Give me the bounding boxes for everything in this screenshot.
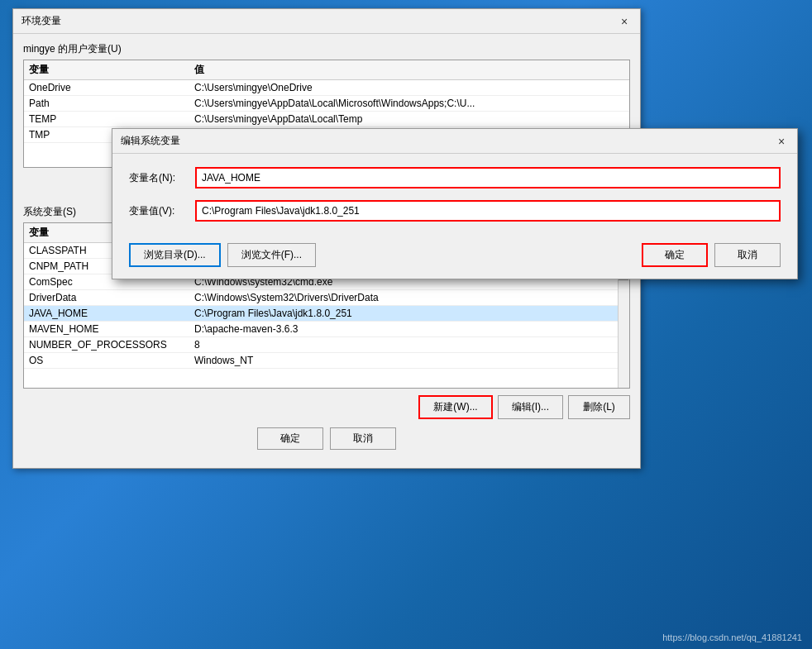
var-value-input[interactable] [195, 200, 781, 222]
env-dialog-titlebar: 环境变量 × [13, 9, 640, 34]
edit-left-buttons: 浏览目录(D)... 浏览文件(F)... [129, 243, 316, 267]
table-row[interactable]: OS Windows_NT [24, 353, 629, 369]
user-table-header: 变量 值 [24, 60, 629, 80]
user-var-value: C:\Users\mingye\AppData\Local\Temp [194, 113, 624, 125]
user-col1-header: 变量 [29, 63, 194, 77]
sys-new-button[interactable]: 新建(W)... [418, 395, 492, 419]
table-row[interactable]: Path C:\Users\mingye\AppData\Local\Micro… [24, 96, 629, 112]
user-var-value: C:\Users\mingye\AppData\Local\Microsoft\… [194, 98, 624, 109]
sys-var-name: JAVA_HOME [29, 308, 194, 319]
java-home-table-row[interactable]: JAVA_HOME C:\Program Files\Java\jdk1.8.0… [24, 306, 629, 322]
sys-delete-button[interactable]: 删除(L) [568, 395, 630, 419]
sys-var-value: C:\Windows\System32\Drivers\DriverData [194, 292, 624, 303]
var-value-label: 变量值(V): [129, 204, 195, 218]
sys-var-value: C:\Program Files\Java\jdk1.8.0_251 [194, 308, 624, 319]
sys-edit-button[interactable]: 编辑(I)... [498, 395, 563, 419]
table-row[interactable]: OneDrive C:\Users\mingye\OneDrive [24, 80, 629, 96]
browse-file-button[interactable]: 浏览文件(F)... [227, 243, 316, 267]
edit-dialog-titlebar: 编辑系统变量 × [112, 129, 797, 154]
edit-dialog-title: 编辑系统变量 [121, 134, 180, 148]
user-var-name: TEMP [29, 113, 194, 125]
sys-var-value: 8 [194, 339, 624, 351]
edit-right-buttons: 确定 取消 [642, 243, 781, 267]
var-name-input[interactable] [195, 167, 781, 188]
edit-cancel-button[interactable]: 取消 [714, 243, 781, 267]
user-section-label: mingye 的用户变量(U) [23, 42, 630, 56]
sys-var-name: MAVEN_HOME [29, 323, 194, 335]
table-row[interactable]: MAVEN_HOME D:\apache-maven-3.6.3 [24, 322, 629, 337]
user-col2-header: 值 [194, 63, 624, 77]
env-dialog-title: 环境变量 [21, 14, 61, 28]
env-dialog-close-button[interactable]: × [617, 14, 632, 29]
table-row[interactable]: NUMBER_OF_PROCESSORS 8 [24, 337, 629, 353]
sys-button-row: 新建(W)... 编辑(I)... 删除(L) [23, 395, 630, 419]
env-cancel-button[interactable]: 取消 [330, 427, 396, 450]
sys-var-value: D:\apache-maven-3.6.3 [194, 323, 624, 335]
var-name-row: 变量名(N): [129, 167, 781, 188]
edit-form: 变量名(N): 变量值(V): [112, 154, 797, 243]
env-ok-button[interactable]: 确定 [257, 427, 323, 450]
sys-var-name: OS [29, 355, 194, 366]
var-value-row: 变量值(V): [129, 200, 781, 222]
user-var-name: OneDrive [29, 82, 194, 93]
browse-dir-button[interactable]: 浏览目录(D)... [129, 243, 221, 267]
edit-ok-button[interactable]: 确定 [642, 243, 708, 267]
desktop: 环境变量 × mingye 的用户变量(U) 变量 值 OneDrive C:\… [0, 0, 812, 649]
env-dialog-bottom-buttons: 确定 取消 [23, 419, 630, 460]
edit-dialog-close-button[interactable]: × [774, 134, 789, 149]
table-row[interactable]: DriverData C:\Windows\System32\Drivers\D… [24, 290, 629, 306]
sys-var-name: NUMBER_OF_PROCESSORS [29, 339, 194, 351]
sys-var-name: DriverData [29, 292, 194, 303]
user-var-value: C:\Users\mingye\OneDrive [194, 82, 624, 93]
sys-var-value: Windows_NT [194, 355, 624, 366]
edit-dialog-buttons: 浏览目录(D)... 浏览文件(F)... 确定 取消 [112, 243, 797, 279]
watermark: https://blog.csdn.net/qq_41881241 [662, 632, 802, 642]
edit-system-variable-dialog: 编辑系统变量 × 变量名(N): 变量值(V): 浏览目录(D)... 浏览文件… [112, 128, 798, 279]
var-name-label: 变量名(N): [129, 171, 195, 185]
user-var-name: Path [29, 98, 194, 109]
table-row[interactable]: TEMP C:\Users\mingye\AppData\Local\Temp [24, 112, 629, 127]
